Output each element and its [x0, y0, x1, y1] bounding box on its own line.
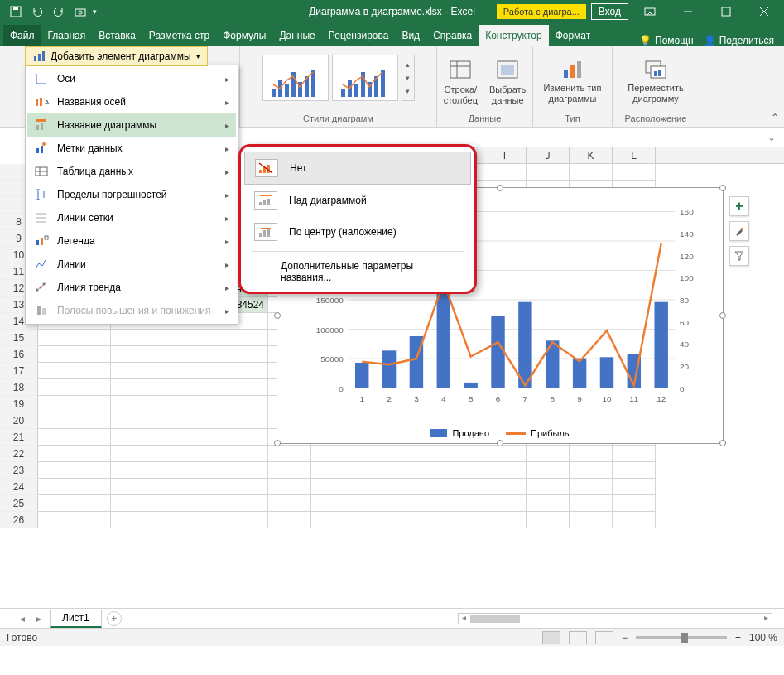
menu-data-table[interactable]: Таблица данных▸: [27, 160, 236, 183]
svg-rect-40: [42, 51, 45, 61]
svg-rect-71: [259, 170, 262, 173]
chart-legend[interactable]: Продано Прибыль: [277, 428, 723, 438]
sheet-tab-1[interactable]: Лист1: [50, 610, 102, 628]
chart-filter-icon[interactable]: [729, 246, 749, 266]
svg-rect-36: [654, 71, 657, 76]
collapse-ribbon-icon[interactable]: ⌃: [771, 112, 779, 123]
chart-brush-icon[interactable]: [729, 221, 749, 241]
svg-rect-18: [311, 70, 315, 97]
share-icon: 👤: [704, 35, 716, 46]
camera-icon[interactable]: [71, 2, 89, 21]
add-chart-element-button[interactable]: Добавить элемент диаграммы ▾: [25, 46, 208, 66]
chart-title-more-options[interactable]: Дополнительные параметры названия...: [244, 255, 471, 287]
chart-title-none[interactable]: Нет: [244, 152, 471, 185]
zoom-out-icon[interactable]: −: [622, 632, 628, 644]
menu-axis-title[interactable]: AНазвания осей▸: [27, 90, 236, 113]
tab-insert[interactable]: Вставка: [92, 25, 142, 46]
maximize-icon[interactable]: [709, 0, 743, 23]
zoom-in-icon[interactable]: +: [735, 632, 741, 644]
menu-legend[interactable]: Легенда▸: [27, 229, 236, 253]
style-gallery-more[interactable]: ▴▾▾: [402, 55, 415, 101]
tab-format[interactable]: Формат: [549, 25, 598, 46]
menu-error-bars[interactable]: Пределы погрешностей▸: [27, 183, 236, 206]
svg-text:3: 3: [414, 394, 419, 403]
tab-data[interactable]: Данные: [272, 25, 321, 46]
bulb-icon: 💡: [639, 35, 652, 46]
view-page-break-icon[interactable]: [595, 631, 613, 644]
share-button[interactable]: 👤Поделиться: [704, 35, 774, 46]
add-sheet-button[interactable]: +: [107, 611, 122, 626]
tell-me[interactable]: 💡Помощн: [639, 35, 694, 46]
svg-text:9: 9: [577, 394, 582, 403]
zoom-level[interactable]: 100 %: [749, 632, 777, 644]
svg-rect-108: [382, 350, 396, 388]
trendline-icon: [34, 280, 49, 295]
tab-formulas[interactable]: Формулы: [216, 25, 272, 46]
svg-rect-111: [464, 383, 477, 388]
above-icon: [257, 194, 275, 207]
tab-layout[interactable]: Разметка стр: [142, 25, 216, 46]
menu-chart-title[interactable]: Название диаграммы▸: [27, 113, 236, 137]
tab-design[interactable]: Конструктор: [479, 25, 548, 46]
move-chart-button[interactable]: Переместить диаграмму: [624, 50, 686, 106]
svg-rect-1: [13, 7, 18, 10]
sheet-nav-prev-icon[interactable]: ◂: [17, 613, 28, 624]
menu-gridlines[interactable]: Линии сетки▸: [27, 206, 236, 229]
svg-text:160: 160: [680, 207, 694, 216]
svg-rect-25: [381, 70, 385, 97]
login-button[interactable]: Вход: [591, 3, 628, 20]
view-normal-icon[interactable]: [542, 631, 560, 644]
switch-row-col-button[interactable]: Строка/ столбец: [440, 55, 481, 108]
redo-icon[interactable]: [50, 2, 68, 21]
svg-text:40: 40: [680, 340, 690, 349]
sheet-tab-bar: ◂ ▸ Лист1 + ◂ ▸: [0, 608, 784, 628]
svg-rect-32: [570, 65, 575, 78]
data-table-icon: [34, 164, 49, 179]
menu-trendline[interactable]: Линия тренда▸: [27, 276, 236, 299]
svg-rect-37: [658, 70, 661, 76]
chart-plus-icon[interactable]: +: [729, 196, 749, 216]
select-data-button[interactable]: Выбрать данные: [486, 55, 529, 108]
menu-axis[interactable]: Оси▸: [27, 67, 236, 90]
qat-dropdown-icon[interactable]: ▾: [93, 7, 97, 16]
col-head-I[interactable]: I: [483, 147, 527, 163]
formula-bar-expand-icon[interactable]: ⌄: [767, 132, 784, 143]
ribbon-options-icon[interactable]: [633, 0, 666, 23]
svg-rect-4: [645, 8, 655, 15]
center-icon: [257, 225, 275, 239]
tab-view[interactable]: Вид: [395, 25, 426, 46]
tab-review[interactable]: Рецензирова: [322, 25, 396, 46]
chart-style-2[interactable]: [332, 55, 398, 101]
zoom-slider[interactable]: [636, 636, 727, 639]
chart-title-above[interactable]: Над диаграммой: [244, 185, 471, 216]
svg-text:50000: 50000: [320, 354, 344, 364]
change-chart-type-button[interactable]: Изменить тип диаграммы: [541, 50, 605, 106]
updown-icon: [34, 303, 49, 318]
col-head-L[interactable]: L: [613, 147, 656, 163]
svg-point-51: [42, 142, 46, 146]
minimize-icon[interactable]: [671, 0, 705, 23]
svg-rect-78: [267, 199, 270, 205]
svg-text:100000: 100000: [316, 325, 344, 335]
tab-file[interactable]: Файл: [3, 25, 41, 46]
chart-style-1[interactable]: [262, 55, 329, 101]
menu-lines[interactable]: Линии▸: [27, 253, 236, 276]
menu-data-labels[interactable]: Метки данных▸: [27, 137, 236, 160]
sheet-nav-next-icon[interactable]: ▸: [33, 613, 45, 624]
svg-rect-19: [341, 89, 345, 97]
svg-rect-2: [75, 9, 85, 16]
col-head-K[interactable]: K: [570, 147, 613, 163]
view-page-layout-icon[interactable]: [569, 631, 587, 644]
svg-rect-63: [41, 238, 43, 245]
legend-line-swatch: [506, 432, 526, 435]
col-head-J[interactable]: J: [527, 147, 570, 163]
svg-text:7: 7: [523, 394, 528, 403]
save-icon[interactable]: [7, 2, 25, 21]
horizontal-scrollbar[interactable]: ◂ ▸: [458, 613, 772, 624]
tab-home[interactable]: Главная: [41, 25, 93, 46]
chevron-right-icon: ▸: [225, 144, 229, 153]
undo-icon[interactable]: [28, 2, 46, 21]
close-icon[interactable]: [748, 0, 781, 23]
tab-help[interactable]: Справка: [426, 25, 479, 46]
chart-title-centered[interactable]: По центру (наложение): [244, 216, 471, 248]
